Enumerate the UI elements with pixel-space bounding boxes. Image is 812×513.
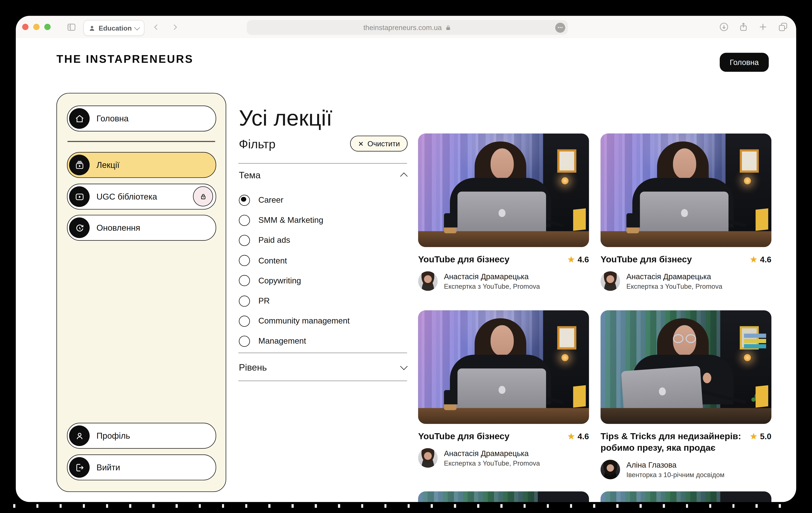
radio-option-paid-ads[interactable]: Paid ads <box>239 230 407 250</box>
sidebar-item-home[interactable]: Головна <box>67 106 216 131</box>
radio-option-content[interactable]: Content <box>239 250 407 271</box>
radio-option-pr[interactable]: PR <box>239 291 407 311</box>
avatar <box>418 271 438 291</box>
frame-tick-marks <box>13 504 799 508</box>
lecture-thumbnail[interactable] <box>418 491 589 502</box>
filter-divider <box>238 353 407 353</box>
close-window-button[interactable] <box>22 24 29 30</box>
radio-icon <box>239 275 250 286</box>
avatar <box>601 271 620 291</box>
radio-option-community-management[interactable]: Community management <box>239 311 407 331</box>
lecture-title: Tips & Tricks для недизайнерів: робимо п… <box>601 431 746 454</box>
rating-value: 4.6 <box>578 432 589 441</box>
forward-button[interactable] <box>171 23 179 34</box>
clear-filters-button[interactable]: ✕ Очистити <box>350 136 408 152</box>
sidebar-item-label: Головна <box>96 114 128 123</box>
sidebar-item-label: UGC бібліотека <box>96 192 157 201</box>
profile-icon <box>69 426 90 446</box>
lecture-thumbnail[interactable] <box>418 133 589 247</box>
lecture-thumbnail[interactable] <box>601 491 772 502</box>
author-role: Експертка з YouTube, Promova <box>444 459 540 467</box>
rating: ★ 4.6 <box>567 254 589 265</box>
lecture-card[interactable]: YouTube для бізнесу ★ 4.6 Анастасія Драм… <box>418 133 589 291</box>
sidebar: Головна Лекції UGC бібліотека <box>56 93 226 492</box>
screenshot-stage: Education theinstapreneurs.com.ua <box>0 0 812 513</box>
lecture-card-partial[interactable] <box>418 491 589 502</box>
lecture-thumbnail[interactable] <box>601 133 772 247</box>
rating-value: 5.0 <box>760 432 772 441</box>
filter-title: Фільтр <box>239 137 276 152</box>
sidebar-item-profile[interactable]: Профіль <box>67 423 216 449</box>
author-name: Анастасія Драмарецька <box>444 272 540 281</box>
theme-options: Career SMM & Marketing Paid ads Content … <box>239 190 407 351</box>
avatar <box>601 460 620 480</box>
author-row: Анастасія Драмарецька Експертка з YouTub… <box>601 271 772 291</box>
radio-icon <box>239 335 250 347</box>
filter-group-level[interactable]: Рівень <box>239 361 407 374</box>
minimize-window-button[interactable] <box>33 24 40 30</box>
filter-divider <box>238 381 407 381</box>
lectures-icon <box>69 155 90 175</box>
author-row: Анастасія Драмарецька Експертка з YouTub… <box>418 271 589 291</box>
sidebar-item-updates[interactable]: Оновлення <box>67 215 216 241</box>
chevron-down-icon <box>134 24 140 30</box>
lecture-card[interactable]: YouTube для бізнесу ★ 4.6 Анастасія Драм… <box>601 133 772 291</box>
radio-option-management[interactable]: Management <box>239 331 407 351</box>
radio-option-copywriting[interactable]: Copywriting <box>239 271 407 291</box>
home-button[interactable]: Головна <box>720 53 768 72</box>
star-icon: ★ <box>567 431 575 441</box>
lecture-card[interactable]: Tips & Tricks для недизайнерів: робимо п… <box>601 310 772 479</box>
sidebar-item-logout[interactable]: Вийти <box>67 454 216 480</box>
radio-icon <box>239 295 250 306</box>
browser-toolbar: Education theinstapreneurs.com.ua <box>16 16 796 38</box>
browser-window: Education theinstapreneurs.com.ua <box>16 16 796 502</box>
address-bar[interactable]: theinstapreneurs.com.ua <box>247 20 568 35</box>
lecture-thumbnail[interactable] <box>418 310 589 424</box>
lecture-title: YouTube для бізнесу <box>418 431 563 442</box>
lecture-card[interactable]: YouTube для бізнесу ★ 4.6 Анастасія Драм… <box>418 310 589 467</box>
radio-option-career[interactable]: Career <box>239 190 407 210</box>
lock-icon <box>199 192 207 200</box>
rating-value: 4.6 <box>760 255 772 264</box>
browser-profile-switcher[interactable]: Education <box>83 20 144 36</box>
radio-icon <box>239 215 250 226</box>
tab-overview-button[interactable] <box>778 22 788 34</box>
sidebar-item-ugc-library[interactable]: UGC бібліотека <box>67 184 216 210</box>
sidebar-item-label: Оновлення <box>96 223 140 233</box>
page-options-icon[interactable] <box>555 23 565 33</box>
author-role: Експертка з YouTube, Promova <box>627 282 722 290</box>
sidebar-item-lectures[interactable]: Лекції <box>67 152 216 178</box>
zoom-window-button[interactable] <box>44 24 51 30</box>
rating-value: 4.6 <box>578 255 589 264</box>
filter-divider <box>238 163 407 164</box>
filter-group-label: Тема <box>239 170 261 181</box>
sidebar-divider <box>67 141 215 142</box>
filter-group-theme[interactable]: Тема <box>239 169 407 182</box>
avatar <box>418 448 438 468</box>
sidebar-toggle-icon[interactable] <box>66 22 77 34</box>
author-row: Анастасія Драмарецька Експертка з YouTub… <box>418 448 589 468</box>
lecture-card-partial[interactable] <box>601 491 772 502</box>
star-icon: ★ <box>567 254 575 265</box>
home-icon <box>69 108 90 129</box>
profile-label: Education <box>98 24 132 32</box>
share-button[interactable] <box>738 22 749 34</box>
back-button[interactable] <box>152 23 160 34</box>
new-tab-button[interactable] <box>758 22 768 34</box>
lecture-cards-grid: YouTube для бізнесу ★ 4.6 Анастасія Драм… <box>418 133 772 502</box>
downloads-button[interactable] <box>719 22 729 34</box>
author-name: Аліна Глазова <box>627 461 724 469</box>
chevron-up-icon <box>400 173 408 180</box>
page-title: Усі лекції <box>239 106 332 131</box>
lecture-title: YouTube для бізнесу <box>601 254 746 266</box>
logout-icon <box>69 457 90 478</box>
close-icon: ✕ <box>358 140 364 147</box>
sidebar-item-label: Лекції <box>96 160 120 170</box>
site-logo[interactable]: THE INSTAPRENEURS <box>56 53 194 65</box>
radio-option-smm-marketing[interactable]: SMM & Marketing <box>239 210 407 230</box>
star-icon: ★ <box>750 431 757 441</box>
video-icon <box>69 186 90 207</box>
rating: ★ 4.6 <box>750 254 772 265</box>
lecture-thumbnail[interactable] <box>601 310 772 424</box>
lock-icon <box>445 24 452 31</box>
